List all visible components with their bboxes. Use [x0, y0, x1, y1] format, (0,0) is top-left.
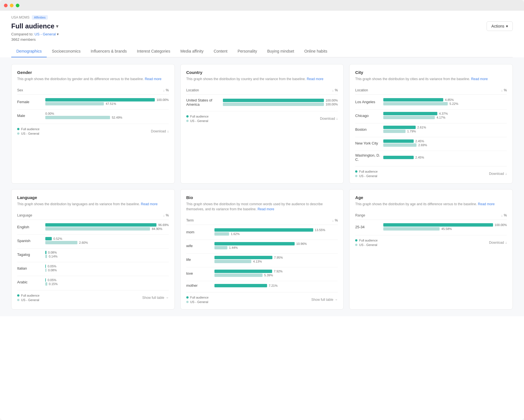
bio-legend: Full audience US - General [186, 296, 209, 304]
compared-label: Compared to: [11, 32, 33, 36]
city-desc: This graph shows the distribution by cit… [355, 76, 507, 82]
legend-secondary: US - General [21, 132, 39, 135]
compared-value-link[interactable]: US - General [34, 32, 56, 36]
sort-icon: ↓ [501, 89, 503, 92]
tab-online[interactable]: Online habits [299, 46, 332, 57]
nav-tabs: Demographics Socioeconomics Influencers … [11, 46, 513, 57]
age-download-button[interactable]: Download ↓ [489, 241, 507, 245]
gender-legend: Full audience US - General [17, 127, 39, 135]
bio-row-life: life 7.95% 4.13% [186, 256, 338, 263]
chevron-down-icon[interactable]: ▾ [56, 24, 58, 29]
tab-demographics[interactable]: Demographics [11, 46, 47, 57]
country-download-button[interactable]: Download ↓ [320, 117, 338, 121]
language-col-right: % [166, 213, 169, 217]
sort-icon: ↓ [163, 214, 165, 217]
chevron-down-icon: ▾ [57, 32, 59, 36]
legend-secondary: US - General [190, 119, 208, 123]
tab-personality[interactable]: Personality [232, 46, 262, 57]
city-read-more[interactable]: Read more [471, 77, 488, 81]
tab-buying[interactable]: Buying mindset [262, 46, 299, 57]
city-row-la: Los Angeles 4.85% 5.22% [355, 98, 507, 105]
bio-row-wife: wife 10.96% 1.44% [186, 242, 338, 249]
bio-title: Bio [186, 195, 338, 200]
tab-socioeconomics[interactable]: Socioeconomics [47, 46, 86, 57]
compared-row: Compared to: US - General ▾ [11, 32, 513, 36]
language-title: Language [17, 195, 169, 200]
sort-icon: ↓ [332, 89, 334, 92]
legend-secondary: US - General [359, 174, 377, 178]
legend-primary: Full audience [359, 170, 377, 173]
legend-primary: Full audience [190, 115, 209, 118]
language-read-more[interactable]: Read more [141, 202, 158, 206]
gender-download-button[interactable]: Download ↓ [151, 129, 169, 133]
bar-male-secondary [45, 116, 110, 119]
language-card: Language This graph shows the distributi… [11, 189, 175, 310]
language-legend: Full audience US - General [17, 294, 39, 302]
bio-desc: This graph shows the distribution by mos… [186, 202, 338, 212]
age-title: Age [355, 195, 507, 200]
chevron-down-icon: ▾ [506, 24, 508, 28]
actions-button[interactable]: Actions ▾ [487, 21, 513, 31]
download-icon: ↓ [505, 241, 507, 245]
bio-read-more[interactable]: Read more [257, 207, 274, 211]
bar-female-secondary [45, 102, 104, 105]
country-read-more[interactable]: Read more [307, 77, 323, 81]
bio-table-header: Term ↓ % [186, 216, 338, 225]
country-title: Country [186, 70, 338, 75]
gender-desc: This graph shows the distribution by gen… [17, 76, 169, 82]
city-card: City This graph shows the distribution b… [349, 64, 513, 184]
language-row-spanish: Spanish 0.52% 2.60% [17, 237, 169, 244]
city-row-dc: Washington, D. C. 2.45% [355, 153, 507, 162]
audience-title-row: Full audience ▾ Actions ▾ [11, 21, 513, 31]
age-col-right: % [504, 213, 507, 217]
bar-usa-secondary [223, 103, 324, 106]
city-footer: Full audience US - General Download ↓ [355, 166, 507, 178]
gender-read-more[interactable]: Read more [145, 77, 161, 81]
language-row-italian: Italian 0.05% 0.08% [17, 265, 169, 272]
bio-col-left: Term [186, 218, 194, 222]
country-table-header: Location ↓ % [186, 86, 338, 95]
sort-icon: ↓ [501, 214, 503, 217]
arrow-right-icon: → [165, 296, 169, 300]
maximize-button[interactable] [16, 4, 19, 7]
age-col-left: Range [355, 213, 365, 217]
city-col-right: % [504, 88, 507, 92]
city-col-left: Location [355, 88, 368, 92]
legend-primary: Full audience [21, 127, 39, 131]
close-button[interactable] [4, 4, 8, 7]
bio-row-love: love 7.92% 5.39% [186, 270, 338, 277]
gender-row-male: Male 0.00% 52.49% [17, 112, 169, 119]
language-table-header: Language ↓ % [17, 211, 169, 220]
sort-icon: ↓ [332, 219, 334, 222]
audience-org: USA MOMS [11, 15, 30, 19]
main-window: USA MOMS Affinities Full audience ▾ Acti… [0, 0, 524, 420]
tab-content[interactable]: Content [209, 46, 232, 57]
city-legend: Full audience US - General [355, 170, 377, 178]
bar-female-primary [45, 98, 155, 101]
legend-dot-secondary [17, 132, 19, 135]
tab-media[interactable]: Media affinity [175, 46, 209, 57]
audience-label-row: USA MOMS Affinities [11, 15, 513, 20]
gender-col-left: Sex [17, 88, 23, 92]
tab-influencers[interactable]: Influencers & brands [86, 46, 132, 57]
country-col-left: Location [186, 88, 199, 92]
sort-icon: ↓ [163, 89, 165, 92]
bio-show-full-button[interactable]: Show full table → [311, 298, 338, 302]
language-row-english: English 96.69% 84.90% [17, 223, 169, 231]
bio-card: Bio This graph shows the distribution by… [180, 189, 344, 310]
arrow-right-icon: → [334, 298, 338, 302]
language-row-arabic: Arabic 0.05% 0.15% [17, 278, 169, 286]
age-footer: Full audience US - General Download ↓ [355, 235, 507, 247]
language-show-full-button[interactable]: Show full table → [142, 296, 169, 300]
tab-interest[interactable]: Interest Categories [132, 46, 175, 57]
bar-usa-primary [223, 99, 324, 102]
country-desc: This graph shows the distribution by cou… [186, 76, 338, 82]
city-row-chicago: Chicago 4.37% 4.17% [355, 112, 507, 119]
city-download-button[interactable]: Download ↓ [489, 172, 507, 176]
city-title: City [355, 70, 507, 75]
age-read-more[interactable]: Read more [478, 202, 494, 206]
country-card: Country This graph shows the distributio… [180, 64, 344, 184]
minimize-button[interactable] [10, 4, 14, 7]
gender-footer: Full audience US - General Download ↓ [17, 124, 169, 135]
cards-grid: Gender This graph shows the distribution… [11, 64, 513, 310]
